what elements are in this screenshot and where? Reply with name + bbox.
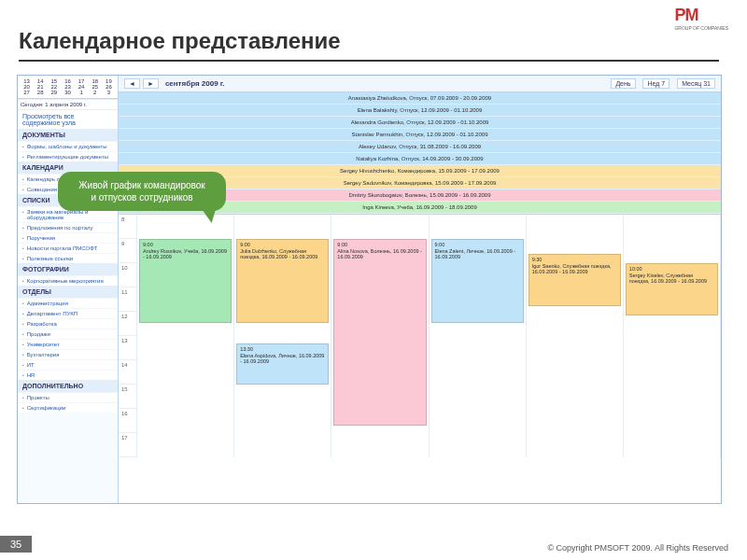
sidebar: 131415161718192021222324252627282930123 … [18, 76, 119, 503]
today-label: Сегодня: 1 апреля 2009 г. [18, 99, 118, 109]
mini-cal-day[interactable]: 29 [48, 90, 60, 95]
allday-event[interactable]: Alexey Udanov, Отпуск, 31.08.2009 - 16.0… [119, 141, 721, 153]
mini-cal-day[interactable]: 3 [103, 90, 115, 95]
sidebar-link[interactable]: Регламентирующие документы [18, 151, 118, 161]
sidebar-heading: ДОКУМЕНТЫ [18, 129, 118, 141]
annotation-callout: Живой график командировок и отпусков сот… [58, 172, 226, 211]
hour-label: 9 [119, 239, 136, 263]
sidebar-link[interactable]: HR [18, 370, 118, 380]
sidebar-link[interactable]: Администрация [18, 298, 118, 308]
sidebar-link[interactable]: Сертификации [18, 402, 118, 413]
calendar-event[interactable]: 13:30Elena Aspidova, Личное, 16.09.2009 … [236, 343, 329, 385]
hour-label: 13 [119, 336, 136, 360]
mini-cal-day[interactable]: 28 [35, 90, 47, 95]
time-grid: 891011121314151617 9:00Andrey Rossikov, … [119, 215, 721, 457]
hour-label: 17 [119, 433, 136, 457]
sidebar-link[interactable]: Поручения [18, 232, 118, 243]
day-column: 9:00Andrey Rossikov, Учеба, 16.09.2009 -… [137, 215, 234, 457]
month-label: сентября 2009 г. [165, 79, 225, 88]
calendar-main: ◄ ► сентября 2009 г. День Нед 7 Месяц 31… [119, 76, 721, 503]
view-week[interactable]: Нед 7 [642, 78, 669, 89]
sidebar-link[interactable]: Предложения по порталу [18, 222, 118, 232]
mini-cal-day[interactable]: 1 [76, 90, 88, 95]
prev-button[interactable]: ◄ [124, 78, 140, 89]
copyright: © Copyright PMSOFT 2009. All Rights Rese… [547, 543, 728, 553]
mini-calendar[interactable]: 131415161718192021222324252627282930123 [18, 76, 118, 99]
mini-cal-day[interactable]: 30 [62, 90, 74, 95]
calendar-event[interactable]: 9:00Alina Nosova, Болезнь, 16.09.2009 - … [333, 239, 426, 426]
calendar-event[interactable]: 9:00Andrey Rossikov, Учеба, 16.09.2009 -… [139, 239, 232, 323]
sidebar-link[interactable]: Разработка [18, 318, 118, 329]
sidebar-link[interactable]: Департамент ПУКП [18, 308, 118, 318]
calendar-event[interactable]: 9:30Igor Saenko, Служебная поездка, 16.0… [529, 254, 621, 306]
allday-event[interactable]: Nataliya Kozhina, Отпуск, 14.09.2009 - 3… [119, 153, 721, 165]
sidebar-link[interactable]: ИТ [18, 359, 118, 370]
view-all-link[interactable]: Просмотреть все содержимое узла [18, 109, 118, 129]
day-columns: 9:00Andrey Rossikov, Учеба, 16.09.2009 -… [137, 215, 721, 457]
calendar-event[interactable]: 9:00Elena Zalent, Личное, 16.09.2009 - 1… [431, 239, 524, 323]
day-column: 9:00Elena Zalent, Личное, 16.09.2009 - 1… [430, 215, 527, 457]
sidebar-link[interactable]: Проекты [18, 392, 118, 402]
hour-label: 14 [119, 360, 136, 385]
sidebar-link[interactable]: Продажи [18, 329, 118, 339]
sidebar-link[interactable]: Новости портала ПМСОФТ [18, 243, 118, 253]
hour-label: 15 [119, 385, 136, 409]
sharepoint-calendar: 131415161718192021222324252627282930123 … [17, 75, 722, 504]
day-column: 9:00Julia Dolzhenko, Служебная поездка, … [234, 215, 331, 457]
sidebar-link[interactable]: Корпоративные мероприятия [18, 275, 118, 286]
next-button[interactable]: ► [143, 78, 159, 89]
calendar-toolbar: ◄ ► сентября 2009 г. День Нед 7 Месяц 31 [119, 76, 721, 92]
mini-cal-day[interactable]: 27 [21, 90, 33, 95]
allday-event[interactable]: Elena Balakshiy, Отпуск, 12.09.2009 - 01… [119, 105, 721, 117]
allday-event[interactable]: Anastasiya Zheludkova, Отпуск, 07.09.200… [119, 92, 721, 105]
mini-cal-day[interactable]: 2 [89, 90, 101, 95]
sidebar-link[interactable]: Университет [18, 339, 118, 349]
brand-logo: PMGROUP OF COMPANIES [674, 6, 728, 31]
sidebar-link[interactable]: Формы, шаблоны и документы [18, 141, 118, 151]
page-number: 35 [0, 536, 32, 553]
view-switcher: День Нед 7 Месяц 31 [605, 80, 715, 87]
hour-column: 891011121314151617 [119, 215, 137, 457]
hour-label: 16 [119, 409, 136, 433]
day-column: 9:30Igor Saenko, Служебная поездка, 16.0… [527, 215, 624, 457]
sidebar-link[interactable]: Полезные ссылки [18, 253, 118, 263]
day-column: 10:00Sergey Kiselev, Служебная поездка, … [624, 215, 721, 457]
allday-event[interactable]: Alexandra Gordienko, Отпуск, 12.09.2009 … [119, 117, 721, 129]
hour-label: 12 [119, 312, 136, 336]
sidebar-heading: ФОТОГРАФИИ [18, 263, 118, 275]
view-month[interactable]: Месяц 31 [677, 78, 715, 89]
slide-title: Календарное представление [19, 28, 341, 54]
sidebar-link[interactable]: Бухгалтерия [18, 349, 118, 359]
day-column: 9:00Alina Nosova, Болезнь, 16.09.2009 - … [331, 215, 429, 457]
title-divider [19, 60, 719, 62]
sidebar-heading: ОТДЕЛЫ [18, 286, 118, 298]
hour-label: 11 [119, 287, 136, 312]
hour-label: 8 [119, 215, 136, 239]
sidebar-heading: ДОПОЛНИТЕЛЬНО [18, 380, 118, 392]
calendar-event[interactable]: 9:00Julia Dolzhenko, Служебная поездка, … [236, 239, 329, 323]
view-day[interactable]: День [611, 78, 635, 89]
allday-event[interactable]: Stanislav Parmukhin, Отпуск, 12.09.2009 … [119, 129, 721, 141]
calendar-event[interactable]: 10:00Sergey Kiselev, Служебная поездка, … [626, 263, 718, 315]
hour-label: 10 [119, 263, 136, 287]
